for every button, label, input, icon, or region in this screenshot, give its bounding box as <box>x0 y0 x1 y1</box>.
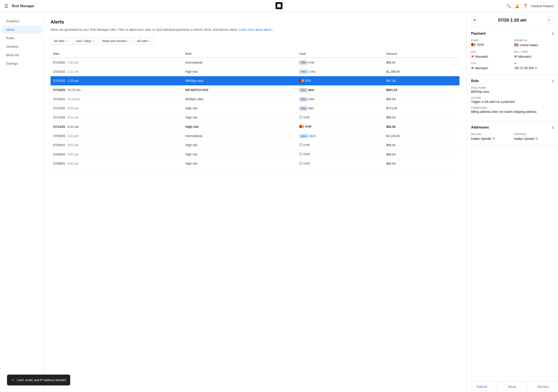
ip-info: IP 182.12.30.294 ⧉ <box>514 62 554 70</box>
cell-rule: High risk <box>183 67 297 76</box>
page-description: Alerts are generated by your Risk Manage… <box>51 27 460 32</box>
sidebar-item-declines[interactable]: Declines <box>2 43 42 51</box>
copy-ip-icon[interactable]: ⧉ <box>535 66 537 70</box>
rule-conditions-item: CONDITIONS Billing address does not matc… <box>471 106 554 113</box>
cell-date: 07/09/20 3:42 pm <box>51 131 183 140</box>
visa-icon: VISA <box>299 88 307 92</box>
table-header-row: Date Rule Card Amount <box>51 50 460 58</box>
addresses-grid: BILLING Kaitlyn Spindel ⧉ SHIPPING Kaitl… <box>471 133 554 140</box>
payment-section: ℹ Payment CARD 5191 ISSUED IN 🇺🇸 United … <box>467 27 558 75</box>
addresses-section-title: Addresses <box>471 125 554 129</box>
payment-help-icon[interactable]: ℹ <box>552 32 554 36</box>
cell-date: 07/20/20 1:31 am <box>51 67 183 76</box>
table-row[interactable]: 07/18/20 11:19 pm Multiple rules VISA 43… <box>51 94 460 104</box>
avs-info: AVS ✖ Mismatch <box>471 51 511 59</box>
bill-ship-status-icon: ✖ <box>514 54 517 59</box>
toast-notification: ✔ Card, email, and IP address blocked <box>7 375 70 385</box>
visa-icon: VISA <box>299 98 307 101</box>
panel-collapse-button[interactable]: |← <box>547 17 554 24</box>
cell-amount: $1,286.94 <box>384 67 460 76</box>
cell-card: 5199 <box>297 113 384 122</box>
table-row[interactable]: 07/18/20 12:10 am NO MATCH AVS VISA 4692… <box>51 85 460 94</box>
dismiss-button[interactable]: Dismiss <box>527 381 558 392</box>
table-row[interactable]: 07/15/20 8:25 pm High risk VISA 4981 $77… <box>51 104 460 113</box>
alerts-table: Date Rule Card Amount 07/20/20 1:32 am I… <box>51 50 460 168</box>
topnav: ☰ Risk Manager 🔍 🔔 ❓ Fairlane Flowers <box>0 0 558 12</box>
cell-rule: High risk <box>183 113 297 122</box>
toast-check-icon: ✔ <box>11 378 15 383</box>
mastercard-icon <box>299 125 304 128</box>
chevron-down-icon: ▾ <box>149 40 150 42</box>
panel-close-button[interactable]: ✕ <box>471 17 478 24</box>
cell-card: VISA 4369 <box>297 94 384 104</box>
panel-actions: Refund Block Dismiss <box>467 381 558 392</box>
table-row[interactable]: 07/13/20 8:31 am High risk 5199 $86.94 <box>51 113 460 122</box>
table-row[interactable]: 07/20/20 1:31 am High risk AMEX 3754 $1,… <box>51 67 460 76</box>
cell-amount: $86.94 <box>384 159 460 168</box>
cell-card: AMEX 3754 <box>297 67 384 76</box>
block-button[interactable]: Block <box>497 381 527 392</box>
sidebar-item-block-list[interactable]: Block list <box>2 51 42 59</box>
table-row[interactable]: 07/13/20 8:01 am High risk 5199 $86.94 <box>51 122 460 132</box>
rule-name-value: Bill/Ship miss <box>471 90 554 94</box>
cell-amount: $86.94 <box>384 94 460 104</box>
refund-button[interactable]: Refund <box>467 381 497 392</box>
addresses-help-icon[interactable]: ℹ <box>552 125 554 130</box>
sidebar-item-alerts[interactable]: Alerts <box>2 26 42 34</box>
visa-icon: VISA <box>299 107 307 110</box>
search-icon[interactable]: 🔍 <box>506 4 511 9</box>
table-row[interactable]: 07/09/20 9:52 am High risk 5199 $86.94 <box>51 140 460 150</box>
cell-amount: $773.65 <box>384 104 460 113</box>
toast-message: Card, email, and IP address blocked <box>17 378 66 382</box>
filter-days[interactable]: Last 7 days ▾ <box>72 37 97 45</box>
table-row[interactable]: 07/09/20 9:52 am High risk 5199 $86.94 <box>51 150 460 159</box>
diners-icon <box>299 116 302 119</box>
rule-action-value: Trigger a risk alert on a payment <box>471 100 554 103</box>
table-row[interactable]: 07/09/20 3:42 pm International AMEX 3615… <box>51 131 460 140</box>
col-date: Date <box>51 50 183 58</box>
diners-icon <box>299 143 302 146</box>
amex-icon: AMEX <box>299 134 308 138</box>
learn-more-link[interactable]: Learn more about alerts › <box>239 28 273 31</box>
cell-date: 07/09/20 9:52 am <box>51 140 183 150</box>
cell-amount: $86.94 <box>384 113 460 122</box>
help-icon[interactable]: ❓ <box>523 4 528 9</box>
cell-card: 5199 <box>297 159 384 168</box>
sidebar: Analytics Alerts Rules Declines Block li… <box>0 12 44 392</box>
cvv-status-icon: ✖ <box>471 66 474 70</box>
copy-billing-icon[interactable]: ⧉ <box>493 137 495 140</box>
app-logo <box>276 2 282 10</box>
table-row[interactable]: 07/20/20 1:32 am International VISA 4790… <box>51 58 460 67</box>
cell-card: VISA 4981 <box>297 104 384 113</box>
filter-units[interactable]: All units ▾ <box>51 37 70 45</box>
card-info: CARD 5191 <box>471 39 511 47</box>
chevron-down-icon: ▾ <box>66 40 67 42</box>
card-value: 5191 <box>471 43 511 46</box>
sidebar-item-rules[interactable]: Rules <box>2 34 42 42</box>
table-row[interactable]: 07/09/20 9:52 am High risk 5199 $86.94 <box>51 159 460 168</box>
cell-amount: $4,136.03 <box>384 131 460 140</box>
sidebar-item-settings[interactable]: Settings <box>2 60 42 68</box>
cell-date: 07/09/20 9:52 am <box>51 150 183 159</box>
diners-icon <box>299 162 302 165</box>
rule-help-icon[interactable]: ℹ <box>552 79 554 83</box>
cell-rule: Bill/Ship miss <box>183 76 297 85</box>
cell-date: 07/18/20 11:19 pm <box>51 94 183 104</box>
cell-card: VISA 4692 <box>297 85 384 94</box>
cell-date: 07/09/20 9:52 am <box>51 159 183 168</box>
cell-amount: $86.94 <box>384 58 460 67</box>
cell-rule: International <box>183 58 297 67</box>
sidebar-item-analytics[interactable]: Analytics <box>2 17 42 25</box>
cell-date: 07/15/20 8:25 pm <box>51 104 183 113</box>
menu-icon[interactable]: ☰ <box>4 3 8 9</box>
bell-icon[interactable]: 🔔 <box>515 4 519 9</box>
table-row[interactable]: 07/20/20 1:20 am Bill/Ship miss 5191 $97… <box>51 76 460 85</box>
shipping-address: SHIPPING Kaitlyn Spindel ⧉ <box>514 133 554 140</box>
rule-action-item: ACTION Trigger a risk alert on a payment <box>471 96 554 103</box>
billing-address: BILLING Kaitlyn Spindel ⧉ <box>471 133 511 140</box>
copy-shipping-icon[interactable]: ⧉ <box>536 137 538 140</box>
amex-icon: AMEX <box>299 70 308 73</box>
filter-read[interactable]: Read and unread ▾ <box>99 37 132 45</box>
filter-rules[interactable]: All rules ▾ <box>134 37 154 45</box>
shipping-name: Kaitlyn Spindel ⧉ <box>514 137 554 140</box>
